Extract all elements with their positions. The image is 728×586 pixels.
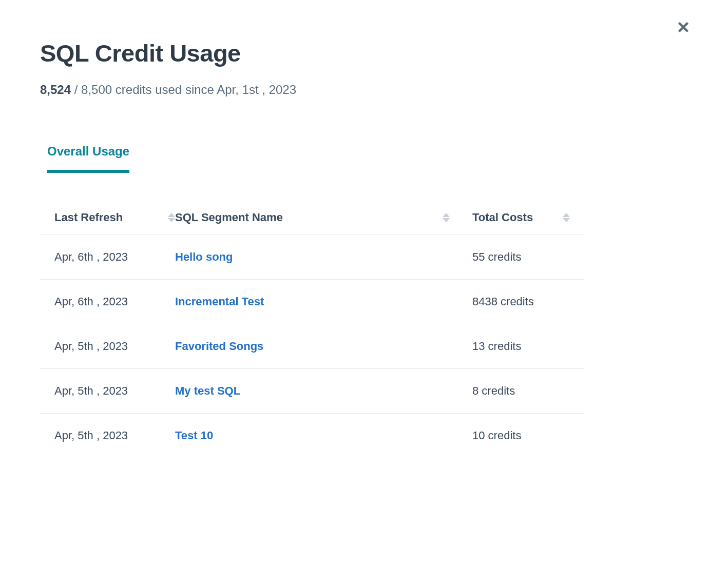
table-row: Apr, 5th , 2023Test 1010 credits: [40, 414, 584, 458]
close-icon[interactable]: [676, 19, 691, 37]
column-header-cost[interactable]: Total Costs: [472, 211, 570, 224]
column-header-name-label: SQL Segment Name: [175, 211, 283, 224]
tabs-container: Overall Usage: [40, 144, 688, 173]
page-title: SQL Credit Usage: [40, 39, 688, 67]
cell-name: Hello song: [175, 250, 472, 264]
tab-overall-usage[interactable]: Overall Usage: [47, 144, 129, 173]
table-header: Last Refresh SQL Segment Name Total Cost…: [40, 201, 584, 235]
segment-link[interactable]: Hello song: [175, 250, 233, 263]
table-row: Apr, 5th , 2023My test SQL8 credits: [40, 369, 584, 414]
credits-used-value: 8,524: [40, 83, 71, 96]
cell-cost: 13 credits: [472, 340, 570, 353]
segment-link[interactable]: Test 10: [175, 429, 213, 442]
cell-name: Incremental Test: [175, 295, 472, 308]
cell-refresh: Apr, 5th , 2023: [54, 340, 175, 353]
cell-cost: 8 credits: [472, 384, 570, 398]
credits-subtitle: 8,524 / 8,500 credits used since Apr, 1s…: [40, 83, 688, 97]
segment-link[interactable]: Incremental Test: [175, 295, 264, 308]
sort-icon[interactable]: [443, 213, 450, 222]
cell-name: Test 10: [175, 429, 472, 442]
cell-cost: 10 credits: [472, 429, 570, 442]
cell-refresh: Apr, 6th , 2023: [54, 295, 175, 308]
subtitle-suffix: credits used since Apr, 1st , 2023: [112, 83, 296, 96]
cell-name: My test SQL: [175, 384, 472, 398]
subtitle-separator: /: [71, 83, 81, 96]
column-header-refresh[interactable]: Last Refresh: [54, 211, 175, 224]
table-row: Apr, 6th , 2023Hello song55 credits: [40, 235, 584, 280]
sort-icon[interactable]: [563, 213, 570, 222]
column-header-refresh-label: Last Refresh: [54, 211, 123, 224]
segment-link[interactable]: My test SQL: [175, 384, 240, 397]
segment-link[interactable]: Favorited Songs: [175, 340, 263, 353]
column-header-cost-label: Total Costs: [472, 211, 533, 224]
sort-icon[interactable]: [168, 213, 175, 222]
cell-refresh: Apr, 5th , 2023: [54, 384, 175, 398]
cell-cost: 8438 credits: [472, 295, 570, 308]
cell-refresh: Apr, 6th , 2023: [54, 250, 175, 264]
cell-cost: 55 credits: [472, 250, 570, 264]
usage-table: Last Refresh SQL Segment Name Total Cost…: [40, 201, 584, 458]
table-row: Apr, 5th , 2023Favorited Songs13 credits: [40, 324, 584, 369]
table-row: Apr, 6th , 2023Incremental Test8438 cred…: [40, 280, 584, 324]
column-header-name[interactable]: SQL Segment Name: [175, 211, 472, 224]
cell-name: Favorited Songs: [175, 340, 472, 353]
cell-refresh: Apr, 5th , 2023: [54, 429, 175, 442]
credits-total-value: 8,500: [81, 83, 112, 96]
